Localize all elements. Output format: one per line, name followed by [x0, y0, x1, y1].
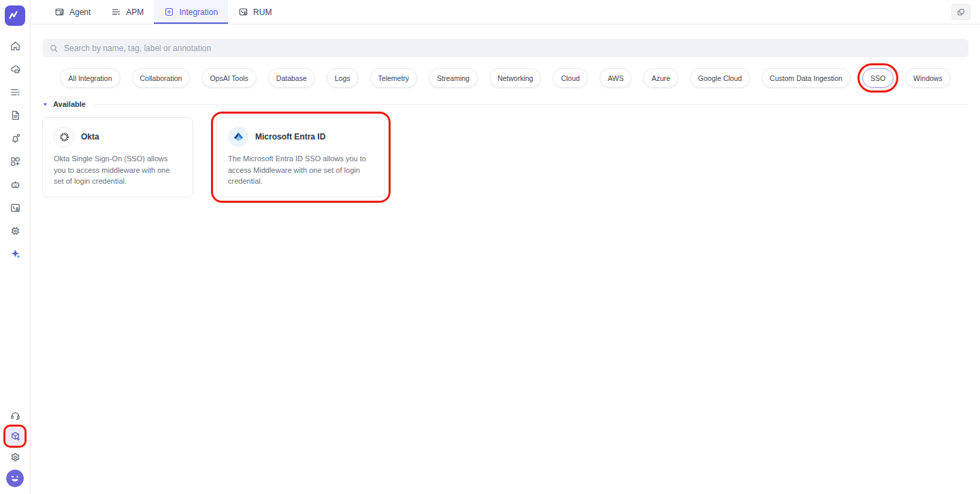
ai-assistant-icon [10, 248, 21, 260]
sidebar-item-host[interactable] [6, 222, 24, 240]
card-description: The Microsoft Entra ID SSO allows you to… [228, 153, 374, 187]
support-icon [10, 410, 21, 421]
sidebar-item-ai-bot[interactable] [6, 176, 24, 193]
sidebar-item-dashboards[interactable] [6, 152, 24, 170]
user-avatar[interactable] [6, 470, 24, 487]
filter-chip-google-cloud[interactable]: Google Cloud [690, 68, 750, 88]
search-bar[interactable] [42, 39, 968, 57]
settings-icon [10, 452, 21, 463]
ai-bot-icon [10, 179, 21, 191]
sidebar-item-alerts[interactable] [6, 129, 24, 147]
sidebar-item-settings[interactable] [6, 448, 24, 466]
sidebar-item-home[interactable] [6, 37, 24, 54]
rum-icon [10, 202, 21, 214]
dashboards-icon [10, 156, 21, 167]
tab-apm[interactable]: APM [101, 0, 154, 24]
microsoft-entra-id-logo [228, 127, 248, 147]
tabs: AgentAPMIntegrationRUM [44, 0, 282, 24]
section-title: Available [53, 100, 86, 108]
sidebar-item-integrations[interactable] [6, 427, 24, 445]
okta-logo [54, 127, 74, 147]
integration-cards: OktaOkta Single Sign-On (SSO) allows you… [42, 117, 968, 197]
filter-chip-telemetry[interactable]: Telemetry [370, 68, 418, 88]
available-section-header: Available [42, 100, 968, 108]
main-area: AgentAPMIntegrationRUM All IntegrationCo… [31, 0, 980, 494]
integrations-icon [10, 431, 21, 442]
filter-chip-azure[interactable]: Azure [643, 68, 678, 88]
tab-label: RUM [253, 7, 272, 17]
sidebar-item-support[interactable] [6, 406, 24, 424]
section-divider [94, 104, 968, 105]
filter-chip-all-integration[interactable]: All Integration [60, 68, 120, 88]
apm-icon [10, 86, 21, 98]
apm-icon [111, 7, 121, 17]
sidebar-item-ai-assistant[interactable] [6, 245, 24, 263]
tab-label: Integration [179, 7, 218, 17]
filter-chip-aws[interactable]: AWS [600, 68, 632, 88]
card-description: Okta Single Sign-On (SSO) allows you to … [54, 153, 182, 187]
filter-chip-database[interactable]: Database [268, 68, 315, 88]
caret-down-icon[interactable] [42, 101, 48, 108]
sidebar-item-apm[interactable] [6, 83, 24, 101]
filter-chip-windows[interactable]: Windows [905, 68, 951, 88]
alerts-icon [10, 133, 21, 144]
tab-agent[interactable]: Agent [44, 0, 101, 24]
copy-button[interactable] [951, 4, 970, 20]
tab-label: Agent [69, 7, 91, 17]
filter-chip-custom-data-ingestion[interactable]: Custom Data Ingestion [762, 68, 851, 88]
sidebar-nav-bottom [6, 406, 24, 487]
agent-icon [54, 7, 65, 17]
filter-chip-logs[interactable]: Logs [327, 68, 359, 88]
filter-chip-streaming[interactable]: Streaming [429, 68, 478, 88]
sidebar-nav-top [6, 37, 24, 263]
tab-label: APM [126, 7, 144, 17]
filter-chip-networking[interactable]: Networking [489, 68, 542, 88]
copy-icon [956, 7, 966, 17]
filter-chip-sso[interactable]: SSO [862, 68, 894, 88]
search-input[interactable] [64, 44, 962, 53]
integration-icon [164, 7, 174, 17]
content: All IntegrationCollaborationOpsAI ToolsD… [31, 24, 980, 197]
sidebar [0, 0, 31, 494]
sidebar-item-infrastructure[interactable] [6, 60, 24, 78]
filter-chip-cloud[interactable]: Cloud [553, 68, 587, 88]
tab-rum[interactable]: RUM [228, 0, 282, 24]
card-header: Okta [54, 127, 182, 147]
infrastructure-icon [10, 63, 21, 75]
filter-chip-opsai-tools[interactable]: OpsAI Tools [201, 68, 256, 88]
sidebar-item-rum[interactable] [6, 199, 24, 216]
logs-icon [10, 110, 21, 121]
app-root: AgentAPMIntegrationRUM All IntegrationCo… [0, 0, 980, 494]
integration-card-okta[interactable]: OktaOkta Single Sign-On (SSO) allows you… [42, 117, 193, 197]
integration-card-microsoft-entra-id[interactable]: Microsoft Entra IDThe Microsoft Entra ID… [216, 117, 385, 197]
filter-chip-collaboration[interactable]: Collaboration [132, 68, 191, 88]
card-title: Okta [81, 132, 99, 142]
card-header: Microsoft Entra ID [228, 127, 374, 147]
middleware-logo[interactable] [5, 5, 25, 26]
filter-chips: All IntegrationCollaborationOpsAI ToolsD… [42, 68, 968, 88]
tab-integration[interactable]: Integration [154, 0, 228, 24]
rum-icon [238, 7, 248, 17]
home-icon [10, 40, 21, 52]
card-title: Microsoft Entra ID [255, 132, 325, 142]
search-icon [49, 44, 59, 53]
sidebar-item-logs[interactable] [6, 106, 24, 124]
host-icon [10, 225, 21, 237]
top-tab-bar: AgentAPMIntegrationRUM [31, 0, 980, 24]
